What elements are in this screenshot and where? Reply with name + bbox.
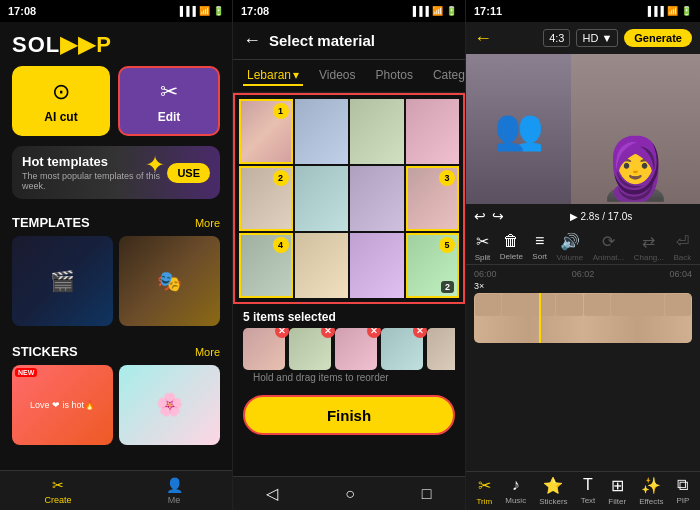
tab-lebaran[interactable]: Lebaran ▾ [243,66,303,86]
selected-thumb-1[interactable]: ✕ [243,328,285,370]
tab-category[interactable]: Category [429,66,466,86]
tab-photos[interactable]: Photos [372,66,417,86]
sticker-text-1: Love ❤ is hot🔥 [27,397,98,413]
selected-thumb-4[interactable]: ✕ [381,328,423,370]
edit-button[interactable]: ✂ Edit [118,66,220,136]
filter-label: Filter [608,497,626,506]
frame-5 [584,294,610,316]
undo-button[interactable]: ↩ [474,208,486,224]
stickers-grid: NEW Love ❤ is hot🔥 🌸 [0,365,232,445]
text-icon: T [583,476,593,494]
timeline-zoom-label: 3× [466,281,700,291]
battery-icon: 🔋 [213,6,224,16]
selected-bar: 5 items selected ✕ ✕ ✕ ✕ ✕ Hold and drag… [233,304,465,389]
bottom-tool-effects[interactable]: ✨ Effects [639,476,663,506]
back-nav-icon[interactable]: ◁ [266,484,278,503]
gallery-item-11[interactable] [350,233,404,298]
nav-create[interactable]: ✂ Create [0,471,116,510]
recents-nav-icon[interactable]: □ [422,485,432,503]
gallery-item-9[interactable]: 4 [239,233,293,298]
tab-videos[interactable]: Videos [315,66,359,86]
finish-button[interactable]: Finish [243,395,455,435]
timeline-clip [474,293,692,343]
split-label: Split [475,253,491,262]
me-nav-label: Me [168,495,181,505]
sort-icon: ≡ [535,232,544,250]
bottom-tool-music[interactable]: ♪ Music [505,476,526,506]
remove-thumb-3[interactable]: ✕ [367,328,381,338]
tool-volume[interactable]: 🔊 Volume [557,232,584,262]
text-label: Text [581,496,596,505]
tool-delete[interactable]: 🗑 Delete [500,232,523,262]
timeline-playhead[interactable] [539,293,541,343]
gallery-item-3[interactable] [350,99,404,164]
generate-button[interactable]: Generate [624,29,692,47]
p3-ratio-selector[interactable]: 4:3 [543,29,570,47]
back-icon: ⏎ [676,232,689,251]
bottom-tool-stickers[interactable]: ⭐ Stickers [539,476,567,506]
gallery-item-5[interactable]: 2 [239,166,293,231]
selected-thumb-2[interactable]: ✕ [289,328,331,370]
pip-label: PIP [677,496,690,505]
trim-label: Trim [477,497,493,506]
gallery-item-6[interactable] [295,166,349,231]
filter-icon: ⊞ [611,476,624,495]
signal-icon: ▐▐▐ [177,6,196,16]
stickers-more-button[interactable]: More [195,346,220,358]
sticker-item-2[interactable]: 🌸 [119,365,220,445]
gallery-item-7[interactable] [350,166,404,231]
gallery-grid: 1 2 3 4 5 2 [233,93,465,304]
home-nav-icon[interactable]: ○ [345,485,355,503]
delete-icon: 🗑 [503,232,519,250]
templates-grid: 🎬 🎭 [0,236,232,336]
selected-thumb-3[interactable]: ✕ [335,328,377,370]
ai-cut-button[interactable]: ⊙ AI cut [12,66,110,136]
p2-back-button[interactable]: ← [243,30,261,51]
template-item-2[interactable]: 🎭 [119,236,220,326]
redo-button[interactable]: ↪ [492,208,504,224]
stickers-section: STICKERS More NEW Love ❤ is hot🔥 🌸 [0,340,232,445]
stickers-label: Stickers [539,497,567,506]
tool-back[interactable]: ⏎ Back [673,232,691,262]
tool-split[interactable]: ✂ Split [475,232,491,262]
battery-icon-2: 🔋 [446,6,457,16]
selected-thumb-5[interactable]: ✕ [427,328,455,370]
gallery-item-10[interactable] [295,233,349,298]
gallery-check-1: 1 [273,103,289,119]
templates-more-button[interactable]: More [195,217,220,229]
templates-section-header: TEMPLATES More [0,211,232,236]
gallery-item-12[interactable]: 5 2 [406,233,460,298]
selected-thumbs: ✕ ✕ ✕ ✕ ✕ [243,328,455,370]
sticker-item-1[interactable]: NEW Love ❤ is hot🔥 [12,365,113,445]
template-item-1[interactable]: 🎬 [12,236,113,326]
frame-3 [529,294,555,316]
trim-icon: ✂ [478,476,491,495]
tool-animate[interactable]: ⟳ Animat... [593,232,625,262]
gallery-item-8[interactable]: 3 [406,166,460,231]
gallery-item-2[interactable] [295,99,349,164]
gallery-item-4[interactable] [406,99,460,164]
star-icon: ✦ [145,151,165,179]
tool-change[interactable]: ⇄ Chang... [634,232,664,262]
status-time-3: 17:11 [474,5,502,17]
bottom-tool-trim[interactable]: ✂ Trim [477,476,493,506]
gallery-num-12: 2 [441,281,454,293]
p3-back-button[interactable]: ← [474,28,492,49]
preview-right: 🧕 [571,54,700,204]
edit-icon: ✂ [160,79,178,105]
use-button[interactable]: USE [167,163,210,183]
gallery-item-1[interactable]: 1 [239,99,293,164]
template-thumb-1: 🎬 [12,236,113,326]
status-bar-3: 17:11 ▐▐▐ 📶 🔋 [466,0,700,22]
bottom-tool-pip[interactable]: ⧉ PIP [677,476,690,506]
remove-thumb-1[interactable]: ✕ [275,328,289,338]
bottom-tool-text[interactable]: T Text [581,476,596,506]
bottom-tool-filter[interactable]: ⊞ Filter [608,476,626,506]
timeline-track[interactable] [474,293,692,343]
remove-thumb-4[interactable]: ✕ [413,328,427,338]
remove-thumb-2[interactable]: ✕ [321,328,335,338]
nav-me[interactable]: 👤 Me [116,471,232,510]
stickers-section-header: STICKERS More [0,340,232,365]
tool-sort[interactable]: ≡ Sort [532,232,547,262]
p3-hd-selector[interactable]: HD ▼ [576,29,618,47]
